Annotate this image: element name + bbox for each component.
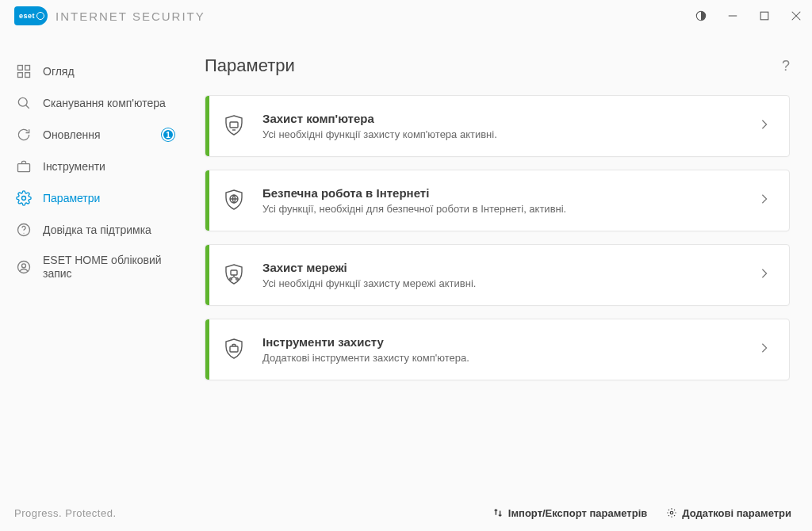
card-internet-protection[interactable]: Безпечна робота в Інтернеті Усі функції,… <box>205 170 790 231</box>
card-title: Безпечна робота в Інтернеті <box>262 186 759 200</box>
footer: Progress. Protected. Імпорт/Експорт пара… <box>0 495 812 531</box>
sidebar-item-help[interactable]: Довідка та підтримка <box>11 214 184 246</box>
svg-point-22 <box>230 278 232 281</box>
sidebar-item-label: Оновлення <box>43 128 101 142</box>
svg-point-12 <box>22 197 26 201</box>
sidebar-item-label: ESET HOME обліковий запис <box>43 254 179 281</box>
contrast-icon[interactable] <box>685 0 717 32</box>
help-circle-icon <box>16 222 32 238</box>
chevron-right-icon <box>759 119 770 133</box>
footer-link-label: Додаткові параметри <box>682 507 791 519</box>
svg-point-23 <box>236 278 239 281</box>
svg-point-27 <box>670 511 673 514</box>
svg-rect-20 <box>231 270 237 275</box>
chevron-right-icon <box>759 342 770 357</box>
svg-rect-6 <box>25 66 30 71</box>
card-computer-protection[interactable]: Захист комп'ютера Усі необхідні функції … <box>205 95 790 157</box>
card-network-protection[interactable]: Захист мережі Усі необхідні функції захи… <box>205 244 790 306</box>
close-button[interactable] <box>780 0 812 32</box>
svg-line-24 <box>232 277 234 279</box>
shield-globe-icon <box>205 188 262 213</box>
sidebar-item-scan[interactable]: Сканування комп'ютера <box>11 87 184 119</box>
sidebar-item-setup[interactable]: Параметри <box>11 182 184 214</box>
page-title: Параметри <box>205 55 295 76</box>
advanced-setup-link[interactable]: Додаткові параметри <box>666 507 791 519</box>
sidebar-item-label: Параметри <box>43 192 100 205</box>
svg-rect-8 <box>25 73 30 78</box>
svg-rect-11 <box>18 164 30 172</box>
svg-rect-2 <box>760 12 768 20</box>
briefcase-icon <box>16 159 32 174</box>
svg-line-10 <box>26 105 29 109</box>
shield-briefcase-icon <box>205 337 262 362</box>
sidebar-item-account[interactable]: ESET HOME обліковий запис <box>11 246 184 288</box>
svg-rect-17 <box>230 122 238 128</box>
cards-container: Захист комп'ютера Усі необхідні функції … <box>205 95 790 380</box>
gear-icon <box>666 507 677 518</box>
card-desc: Усі необхідні функції захисту мережі акт… <box>262 277 759 289</box>
maximize-button[interactable] <box>749 0 780 32</box>
svg-rect-5 <box>18 66 23 71</box>
chevron-right-icon <box>759 268 770 282</box>
svg-point-14 <box>24 233 25 234</box>
logo-badge: eset <box>14 6 48 25</box>
sidebar-item-label: Інструменти <box>43 160 105 174</box>
sidebar-item-overview[interactable]: Огляд <box>11 55 184 87</box>
svg-line-25 <box>235 277 237 279</box>
svg-point-16 <box>22 264 26 268</box>
svg-rect-7 <box>18 73 23 78</box>
sidebar-item-update[interactable]: Оновлення 1 <box>11 119 184 151</box>
user-circle-icon <box>16 259 32 275</box>
sidebar-item-tools[interactable]: Інструменти <box>11 151 184 182</box>
main-panel: Параметри ? Захист комп'ютера Усі необхі… <box>195 32 812 495</box>
card-desc: Усі необхідні функції захисту комп'ютера… <box>262 128 759 140</box>
transfer-icon <box>492 507 504 518</box>
window-controls <box>685 0 812 32</box>
sidebar-item-label: Огляд <box>43 65 75 78</box>
card-title: Захист мережі <box>262 261 759 274</box>
grid-icon <box>16 63 32 79</box>
card-desc: Усі функції, необхідні для безпечної роб… <box>262 203 759 215</box>
sidebar: Огляд Сканування комп'ютера Оновлення 1 … <box>0 32 195 495</box>
footer-slogan: Progress. Protected. <box>14 507 117 519</box>
card-security-tools[interactable]: Інструменти захисту Додаткові інструмент… <box>205 319 790 380</box>
search-icon <box>16 95 32 111</box>
shield-network-icon <box>205 262 262 288</box>
sidebar-item-label: Сканування комп'ютера <box>43 97 166 110</box>
card-title: Захист комп'ютера <box>262 112 759 125</box>
minimize-button[interactable] <box>717 0 749 32</box>
gear-icon <box>16 190 32 206</box>
svg-rect-26 <box>230 346 238 352</box>
logo-text: INTERNET SECURITY <box>56 10 205 23</box>
shield-monitor-icon <box>205 113 262 139</box>
app-logo: eset INTERNET SECURITY <box>14 6 205 25</box>
help-button[interactable]: ? <box>782 58 790 74</box>
refresh-icon <box>16 127 32 143</box>
svg-point-9 <box>18 97 27 106</box>
footer-link-label: Імпорт/Експорт параметрів <box>508 507 647 519</box>
titlebar: eset INTERNET SECURITY <box>0 0 812 32</box>
sidebar-item-label: Довідка та підтримка <box>43 223 151 237</box>
update-badge: 1 <box>162 128 174 141</box>
chevron-right-icon <box>759 193 770 208</box>
import-export-link[interactable]: Імпорт/Експорт параметрів <box>492 507 647 519</box>
card-desc: Додаткові інструменти захисту комп'ютера… <box>262 352 759 364</box>
card-title: Інструменти захисту <box>262 335 759 349</box>
